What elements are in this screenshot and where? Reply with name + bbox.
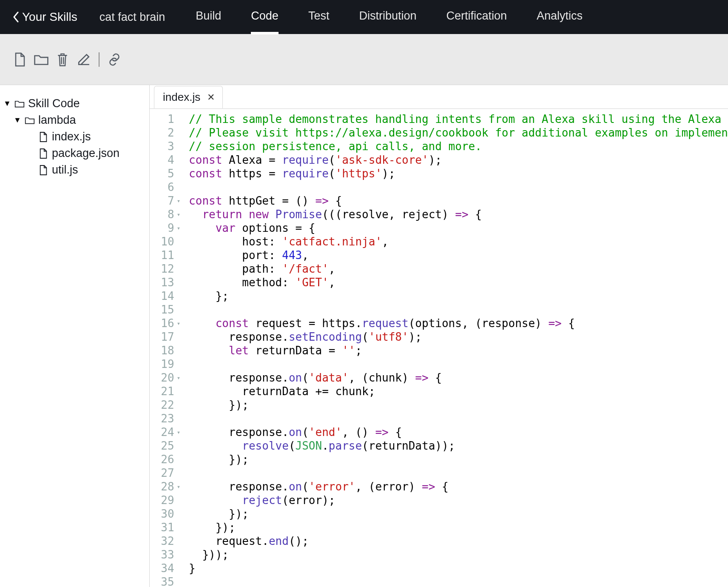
line-number: 20▾ <box>150 371 180 385</box>
code-line[interactable]: returnData += chunk; <box>189 385 728 398</box>
code-line[interactable] <box>189 180 728 194</box>
code-line[interactable]: response.setEncoding('utf8'); <box>189 330 728 344</box>
chevron-left-icon <box>13 11 20 23</box>
code-line[interactable]: response.on('end', () => { <box>189 425 728 439</box>
nav-tab-test[interactable]: Test <box>308 9 330 34</box>
line-number: 18▾ <box>150 344 180 357</box>
code-line[interactable]: // This sample demonstrates handling int… <box>189 112 728 126</box>
code-line[interactable]: method: 'GET', <box>189 276 728 289</box>
tree-root[interactable]: ▼ Skill Code <box>3 95 149 112</box>
line-number: 35▾ <box>150 575 180 587</box>
tree-file[interactable]: util.js <box>3 162 149 178</box>
line-number: 9▾ <box>150 221 180 235</box>
code-line[interactable]: host: 'catfact.ninja', <box>189 235 728 248</box>
file-tab-index-js[interactable]: index.js ✕ <box>154 86 223 108</box>
caret-down-icon: ▼ <box>14 116 21 125</box>
nav-tab-code[interactable]: Code <box>251 9 279 34</box>
code-line[interactable] <box>189 303 728 316</box>
code-line[interactable] <box>189 575 728 587</box>
delete-button[interactable] <box>54 51 71 68</box>
code-line[interactable]: } <box>189 561 728 575</box>
code-line[interactable]: })); <box>189 548 728 561</box>
code-line[interactable]: }); <box>189 507 728 521</box>
code-body[interactable]: // This sample demonstrates handling int… <box>184 109 728 587</box>
code-line[interactable]: }); <box>189 398 728 412</box>
code-line[interactable] <box>189 466 728 480</box>
line-number: 34▾ <box>150 561 180 575</box>
code-line[interactable]: const Alexa = require('ask-sdk-core'); <box>189 153 728 167</box>
code-line[interactable]: path: '/fact', <box>189 262 728 276</box>
line-number: 16▾ <box>150 316 180 330</box>
tree-file[interactable]: package.json <box>3 145 149 162</box>
fold-icon[interactable]: ▾ <box>177 316 180 330</box>
line-number: 2▾ <box>150 126 180 140</box>
file-icon <box>38 132 48 142</box>
code-line[interactable]: }; <box>189 289 728 303</box>
nav-tab-build[interactable]: Build <box>196 9 221 34</box>
line-number: 33▾ <box>150 548 180 561</box>
line-number: 12▾ <box>150 262 180 276</box>
code-line[interactable]: }); <box>189 453 728 466</box>
new-file-button[interactable] <box>12 51 28 68</box>
line-number: 11▾ <box>150 248 180 262</box>
code-line[interactable] <box>189 357 728 371</box>
code-line[interactable]: request.end(); <box>189 534 728 548</box>
tree-file-label: index.js <box>52 130 91 143</box>
code-line[interactable]: port: 443, <box>189 248 728 262</box>
code-line[interactable]: reject(error); <box>189 493 728 507</box>
code-line[interactable]: let returnData = ''; <box>189 344 728 357</box>
fold-icon[interactable]: ▾ <box>177 371 180 385</box>
code-area[interactable]: 1▾2▾3▾4▾5▾6▾7▾8▾9▾10▾11▾12▾13▾14▾15▾16▾1… <box>150 109 728 587</box>
code-line[interactable]: const request = https.request(options, (… <box>189 316 728 330</box>
code-line[interactable]: response.on('data', (chunk) => { <box>189 371 728 385</box>
caret-down-icon: ▼ <box>3 99 11 108</box>
nav-tab-distribution[interactable]: Distribution <box>359 9 416 34</box>
line-number: 4▾ <box>150 153 180 167</box>
line-number: 7▾ <box>150 194 180 208</box>
code-line[interactable]: const https = require('https'); <box>189 167 728 180</box>
file-tab-label: index.js <box>163 91 200 104</box>
line-number: 25▾ <box>150 439 180 453</box>
tree-file-label: package.json <box>52 147 119 160</box>
top-nav: Your Skills cat fact brain BuildCodeTest… <box>0 0 728 34</box>
tree-root-label: Skill Code <box>28 97 80 110</box>
nav-tab-analytics[interactable]: Analytics <box>537 9 583 34</box>
line-number: 3▾ <box>150 140 180 153</box>
folder-icon <box>25 115 35 125</box>
line-number: 29▾ <box>150 493 180 507</box>
line-number: 14▾ <box>150 289 180 303</box>
line-number: 30▾ <box>150 507 180 521</box>
link-button[interactable] <box>106 51 122 68</box>
code-line[interactable]: return new Promise(((resolve, reject) =>… <box>189 208 728 221</box>
fold-icon[interactable]: ▾ <box>177 208 180 221</box>
line-number: 26▾ <box>150 453 180 466</box>
code-line[interactable] <box>189 412 728 425</box>
line-number: 17▾ <box>150 330 180 344</box>
fold-icon[interactable]: ▾ <box>177 480 180 493</box>
close-icon[interactable]: ✕ <box>207 92 215 103</box>
code-line[interactable]: response.on('error', (error) => { <box>189 480 728 493</box>
line-gutter: 1▾2▾3▾4▾5▾6▾7▾8▾9▾10▾11▾12▾13▾14▾15▾16▾1… <box>150 109 184 587</box>
back-link[interactable]: Your Skills <box>13 10 77 24</box>
code-line[interactable]: resolve(JSON.parse(returnData)); <box>189 439 728 453</box>
file-icon <box>38 148 48 159</box>
line-number: 31▾ <box>150 521 180 534</box>
folder-icon <box>14 99 25 109</box>
line-number: 24▾ <box>150 425 180 439</box>
tree-file[interactable]: index.js <box>3 128 149 145</box>
new-folder-button[interactable] <box>33 51 49 68</box>
line-number: 5▾ <box>150 167 180 180</box>
fold-icon[interactable]: ▾ <box>177 425 180 439</box>
line-number: 28▾ <box>150 480 180 493</box>
nav-tab-certification[interactable]: Certification <box>446 9 507 34</box>
skill-name: cat fact brain <box>100 11 165 24</box>
fold-icon[interactable]: ▾ <box>177 194 180 208</box>
fold-icon[interactable]: ▾ <box>177 221 180 235</box>
tree-folder-lambda[interactable]: ▼ lambda <box>3 112 149 128</box>
code-line[interactable]: }); <box>189 521 728 534</box>
code-line[interactable]: const httpGet = () => { <box>189 194 728 208</box>
code-line[interactable]: // session persistence, api calls, and m… <box>189 140 728 153</box>
code-line[interactable]: // Please visit https://alexa.design/coo… <box>189 126 728 140</box>
code-line[interactable]: var options = { <box>189 221 728 235</box>
edit-button[interactable] <box>76 51 92 68</box>
